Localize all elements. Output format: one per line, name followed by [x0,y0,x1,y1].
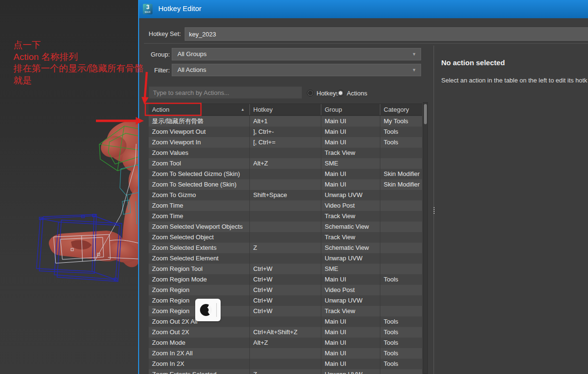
table-cell: Ctrl+W [249,274,321,285]
radio-actions[interactable] [337,90,344,96]
table-row[interactable]: Zoom To Selected Bone (Skin)Main UISkin … [149,179,422,190]
table-row[interactable]: Zoom Region ModeCtrl+WMain UITools [149,274,422,285]
table-row[interactable]: Zoom Viewport In[, Ctrl+=Main UITools [149,137,422,148]
table-cell: Main UI [321,348,380,359]
table-cell: Main UI [321,338,380,348]
filter-label: Filter: [145,67,170,74]
search-input[interactable] [149,86,302,99]
right-panel-message: Select an action in the table on the lef… [441,77,588,84]
table-row[interactable]: Zoom ToolAlt+ZSME [149,158,422,169]
table-cell [380,232,422,243]
column-header-group[interactable]: Group [321,104,380,115]
table-row[interactable]: Zoom Region ToolCtrl+WSME [149,264,422,274]
table-scrollbar[interactable] [423,102,428,374]
table-cell: Zoom Out 2X [149,327,249,338]
table-cell: Main UI [321,316,380,327]
table-cell: Zoom Selected Extents [149,243,249,253]
annotation-note-line: 点一下 [13,39,143,51]
table-cell: Schematic View [321,243,380,253]
table-cell: Track View [321,232,380,243]
table-cell: Ctrl+W [249,295,321,306]
separator-line [144,43,588,44]
table-cell [380,148,422,158]
scrollbar-thumb[interactable] [424,104,427,124]
table-row[interactable]: Zoom ValuesTrack View [149,148,422,158]
filter-dropdown[interactable]: All Actions ▼ [172,64,421,76]
chevron-down-icon: ▼ [412,48,416,60]
table-row[interactable]: Zoom Viewport Out], Ctrl+-Main UITools [149,127,422,137]
table-cell [249,200,321,211]
hotkey-set-input[interactable] [185,27,588,41]
table-row[interactable]: Zoom To Selected Gizmo (Skin)Main UISkin… [149,169,422,179]
table-row[interactable]: Zoom TimeTrack View [149,211,422,222]
chevron-down-icon: ▼ [412,64,416,76]
table-cell: Zoom Region [149,285,249,295]
table-cell: Unwrap UVW [321,295,380,306]
table-cell: Main UI [321,127,380,137]
table-row[interactable]: Zoom RegionCtrl+WUnwrap UVW [149,295,422,306]
table-cell: Alt+Z [249,158,321,169]
table-cell [249,316,321,327]
table-cell [249,179,321,190]
table-cell: Tools [380,327,422,338]
table-cell: Ctrl+W [249,285,321,295]
table-cell: SME [321,264,380,274]
table-row[interactable]: Zoom Out 2X AllMain UITools [149,316,422,327]
table-row[interactable]: Zoom RegionCtrl+WVideo Post [149,285,422,295]
table-cell [380,253,422,264]
table-row[interactable]: Zoom Selected ExtentsZSchematic View [149,243,422,253]
dialog-titlebar[interactable]: 3 MAX Hotkey Editor [138,0,588,18]
table-header: Action ▲ Hotkey Group Category [149,104,422,116]
table-cell: Zoom Values [149,148,249,158]
table-row[interactable]: Zoom ModeAlt+ZMain UITools [149,338,422,348]
table-row[interactable]: Zoom RegionCtrl+WTrack View [149,306,422,316]
cursor-spinner-glyph [200,304,212,316]
table-row[interactable]: Zoom In 2XMain UITools [149,359,422,369]
table-cell [249,148,321,158]
busy-cursor-icon [195,299,221,321]
table-cell: Unwrap UVW [321,253,380,264]
table-cell: Zoom In 2X All [149,348,249,359]
table-cell: Zoom Time [149,211,249,222]
table-cell: Zoom Viewport In [149,137,249,148]
table-cell: Zoom Region Mode [149,274,249,285]
table-cell: Zoom Region Tool [149,264,249,274]
table-row[interactable]: Zoom Selected Viewport ObjectsSchematic … [149,222,422,232]
table-row[interactable]: Zoom TimeVideo Post [149,200,422,211]
table-cell: Zoom Mode [149,338,249,348]
column-header-action[interactable]: Action ▲ [149,104,249,115]
table-cell [249,359,321,369]
table-cell: Schematic View [321,222,380,232]
hotkey-table-rows: 显示/隐藏所有骨骼Alt+1Main UIMy ToolsZoom Viewpo… [149,116,422,374]
table-cell: Tools [380,316,422,327]
table-cell: Skin Modifier [380,169,422,179]
table-cell [249,253,321,264]
table-cell: Shift+Space [249,190,321,200]
group-dropdown[interactable]: All Groups ▼ [172,48,421,60]
table-cell: Main UI [321,327,380,338]
table-cell: Tools [380,137,422,148]
hotkey-table: Action ▲ Hotkey Group Category 显示/隐藏所有骨骼… [149,104,422,374]
annotation-note-line: Action 名称排列 [13,51,143,63]
table-cell [380,306,422,316]
table-row[interactable]: 显示/隐藏所有骨骼Alt+1Main UIMy Tools [149,116,422,127]
table-cell: My Tools [380,116,422,127]
table-cell: Zoom Selected Element [149,253,249,264]
annotation-note: 点一下 Action 名称排列 排在第一个的显示/隐藏所有骨骼 就是 [13,39,143,86]
table-row[interactable]: Zoom In 2X AllMain UITools [149,348,422,359]
table-cell: Zoom To Selected Gizmo (Skin) [149,169,249,179]
table-cell [380,200,422,211]
table-row[interactable]: Zoom Out 2XCtrl+Alt+Shift+ZMain UITools [149,327,422,338]
table-cell: Z [249,243,321,253]
table-cell: Main UI [321,179,380,190]
column-header-category[interactable]: Category [380,104,422,115]
table-row[interactable]: Zoom To GizmoShift+SpaceUnwrap UVW [149,190,422,200]
table-row[interactable]: Zoom Extents SelectedZUnwrap UVW [149,369,422,374]
table-cell: Zoom To Selected Bone (Skin) [149,179,249,190]
table-row[interactable]: Zoom Selected ObjectTrack View [149,232,422,243]
radio-hotkeys[interactable] [307,90,314,96]
splitter-grip[interactable] [432,206,435,219]
table-cell: Ctrl+W [249,306,321,316]
table-row[interactable]: Zoom Selected ElementUnwrap UVW [149,253,422,264]
column-header-hotkey[interactable]: Hotkey [249,104,321,115]
